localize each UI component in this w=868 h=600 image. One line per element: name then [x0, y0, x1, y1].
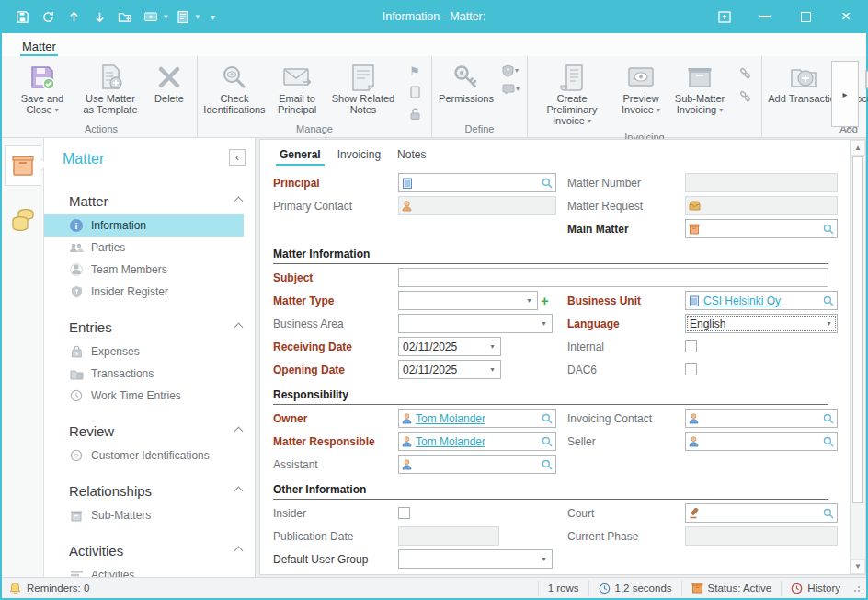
- refresh-icon[interactable]: [37, 6, 59, 28]
- search-icon[interactable]: [542, 413, 553, 424]
- use-matter-as-template-button[interactable]: Use Matter as Template: [77, 58, 143, 117]
- search-icon[interactable]: [823, 295, 834, 306]
- receiving-date-picker[interactable]: ▾: [398, 337, 501, 356]
- history-button[interactable]: History: [781, 581, 850, 596]
- matter-type-combo[interactable]: ▾: [398, 291, 538, 310]
- opening-date-picker[interactable]: ▾: [398, 360, 501, 379]
- search-icon[interactable]: [823, 413, 834, 424]
- invoicing-contact-field[interactable]: [685, 409, 838, 428]
- subject-field[interactable]: [398, 268, 828, 287]
- collapse-sidebar-button[interactable]: ‹: [229, 149, 246, 166]
- tab-invoicing[interactable]: Invoicing: [331, 145, 387, 166]
- checkered-flag-icon[interactable]: ⚑: [405, 63, 424, 79]
- dropdown-arrow-icon[interactable]: ▾: [821, 315, 837, 332]
- card-icon[interactable]: [405, 84, 424, 100]
- search-icon[interactable]: [823, 224, 834, 235]
- language-input[interactable]: [686, 317, 821, 330]
- nav-header-entries[interactable]: Entries: [44, 316, 255, 340]
- main-matter-field[interactable]: [685, 219, 838, 238]
- owner-field[interactable]: Tom Molander: [398, 409, 556, 428]
- dac6-checkbox[interactable]: [685, 363, 697, 375]
- search-icon[interactable]: [823, 436, 834, 447]
- add-folder-icon[interactable]: [114, 6, 136, 28]
- save-and-close-button[interactable]: Save and Close ▾: [9, 58, 75, 119]
- matter-responsible-field[interactable]: Tom Molander: [398, 432, 556, 451]
- sidebar-item-insider-register[interactable]: Insider Register: [44, 281, 244, 303]
- matter-responsible-link[interactable]: Tom Molander: [416, 435, 485, 448]
- default-user-group-combo[interactable]: ▾: [398, 549, 553, 569]
- maximize-button[interactable]: [785, 0, 826, 33]
- add-matter-type-button[interactable]: +: [541, 293, 549, 308]
- principal-field[interactable]: [398, 173, 556, 192]
- search-icon[interactable]: [823, 508, 834, 519]
- business-area-input[interactable]: [399, 317, 536, 330]
- nav-header-matter[interactable]: Matter: [44, 190, 255, 214]
- scrollbar-track[interactable]: [851, 156, 865, 559]
- tab-general[interactable]: General: [273, 145, 327, 166]
- insider-checkbox[interactable]: [398, 507, 410, 519]
- default-user-group-input[interactable]: [399, 553, 536, 566]
- toolbar-options-icon[interactable]: ▾: [211, 12, 215, 22]
- language-combo[interactable]: ▾: [685, 314, 838, 333]
- shield-key-button[interactable]: ▾: [502, 64, 520, 77]
- move-up-icon[interactable]: [63, 6, 85, 28]
- link-icon[interactable]: [736, 64, 754, 81]
- sidebar-item-transactions[interactable]: Transactions: [44, 363, 244, 385]
- permissions-button[interactable]: Permissions: [436, 58, 497, 106]
- search-icon[interactable]: [542, 436, 553, 447]
- seller-field[interactable]: [685, 432, 838, 451]
- minimize-button[interactable]: [745, 0, 785, 33]
- chevron-down-icon[interactable]: ▾: [164, 12, 168, 21]
- create-preliminary-invoice-button[interactable]: Create Preliminary Invoice ▾: [531, 58, 612, 130]
- business-unit-field[interactable]: CSI Helsinki Oy: [685, 291, 838, 310]
- unlock-icon[interactable]: [405, 105, 424, 121]
- comment-button[interactable]: ▾: [502, 84, 520, 95]
- ribbon-scroll-right-button[interactable]: ▸: [831, 61, 859, 127]
- delete-button[interactable]: Delete: [145, 58, 193, 106]
- float-window-icon[interactable]: [704, 0, 745, 33]
- link-icon[interactable]: [736, 87, 754, 104]
- sidebar-item-parties[interactable]: Parties: [44, 237, 244, 259]
- sidebar-item-activities[interactable]: Activities: [44, 564, 244, 577]
- search-icon[interactable]: [542, 459, 553, 470]
- collapse-ribbon-button[interactable]: [844, 124, 857, 135]
- sidebar-item-information[interactable]: i Information: [44, 214, 244, 237]
- receiving-date-input[interactable]: [399, 340, 485, 353]
- sidebar-item-sub-matters[interactable]: Sub-Matters: [44, 504, 244, 526]
- vertical-scrollbar[interactable]: ▲ ▼: [850, 140, 865, 574]
- sub-matter-invoicing-button[interactable]: Sub-Matter Invoicing ▾: [669, 58, 730, 119]
- matter-module-button[interactable]: [5, 145, 41, 186]
- business-area-combo[interactable]: ▾: [398, 314, 553, 333]
- scroll-down-arrow[interactable]: ▼: [851, 559, 865, 574]
- sidebar-item-expenses[interactable]: $ Expenses: [44, 340, 244, 363]
- business-unit-link[interactable]: CSI Helsinki Oy: [703, 294, 781, 307]
- dropdown-arrow-icon[interactable]: ▾: [521, 292, 537, 309]
- move-down-icon[interactable]: [88, 6, 110, 28]
- dropdown-arrow-icon[interactable]: ▾: [536, 550, 552, 568]
- tab-notes[interactable]: Notes: [391, 145, 432, 166]
- email-to-principal-button[interactable]: Email to Principal: [269, 58, 325, 117]
- nav-header-activities[interactable]: Activities: [44, 539, 255, 564]
- assistant-field[interactable]: [398, 455, 556, 474]
- nav-header-relationships[interactable]: Relationships: [44, 479, 255, 504]
- show-related-notes-button[interactable]: Show Related Notes: [326, 58, 400, 117]
- matter-type-input[interactable]: [399, 294, 521, 307]
- chevron-down-icon[interactable]: ▾: [196, 12, 200, 21]
- report-icon[interactable]: [172, 6, 194, 28]
- preview-icon[interactable]: [140, 6, 162, 28]
- nav-header-review[interactable]: Review: [44, 420, 255, 444]
- preview-invoice-button[interactable]: Preview Invoice ▾: [614, 58, 668, 119]
- internal-checkbox[interactable]: [685, 340, 697, 352]
- sidebar-item-work-time-entries[interactable]: Work Time Entries: [44, 385, 244, 407]
- check-identifications-button[interactable]: Check Identifications: [201, 58, 268, 117]
- owner-link[interactable]: Tom Molander: [416, 412, 485, 425]
- dropdown-arrow-icon[interactable]: ▾: [536, 315, 552, 332]
- finance-module-button[interactable]: [5, 199, 41, 239]
- sidebar-item-team-members[interactable]: Team Members: [44, 259, 244, 281]
- sidebar-item-customer-identifications[interactable]: ? Customer Identifications: [44, 444, 244, 467]
- subject-input[interactable]: [402, 271, 825, 284]
- dropdown-arrow-icon[interactable]: ▾: [485, 361, 500, 378]
- scrollbar-thumb[interactable]: [852, 156, 863, 503]
- dropdown-arrow-icon[interactable]: ▾: [485, 338, 500, 355]
- ribbon-tab-matter[interactable]: Matter: [17, 38, 62, 56]
